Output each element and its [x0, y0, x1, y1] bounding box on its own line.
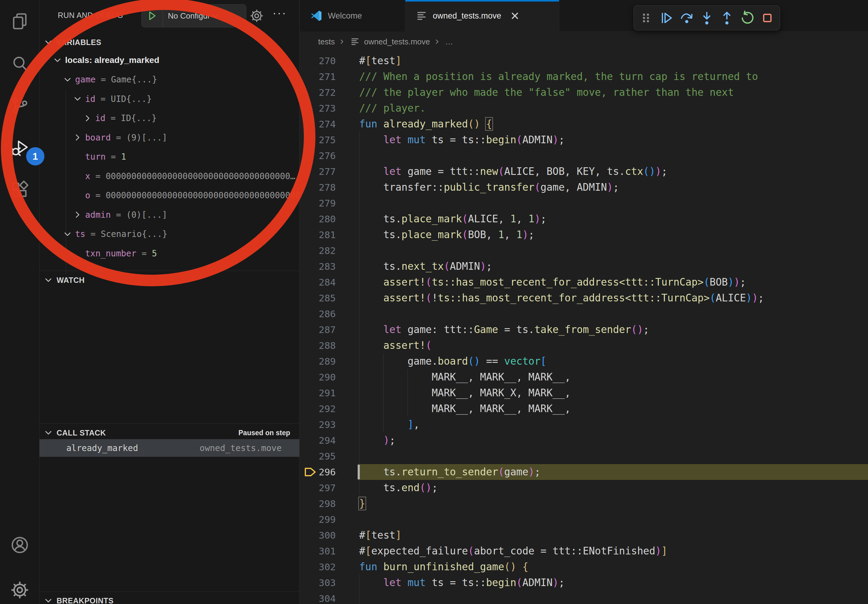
line-number[interactable]: 273	[300, 101, 336, 116]
line-number[interactable]: 274	[300, 116, 336, 132]
close-icon[interactable]	[510, 11, 520, 21]
variables-section-header[interactable]: VARIABLES	[40, 34, 299, 51]
line-number[interactable]: 295	[300, 448, 336, 464]
breadcrumb-symbol[interactable]: …	[445, 37, 453, 46]
variable-row-x[interactable]: x = 000000000000000000000000000000000000…	[40, 166, 299, 186]
code-line-301[interactable]: 301#[expected_failure(abort_code = ttt::…	[300, 543, 868, 559]
line-number[interactable]: 300	[300, 527, 336, 543]
code-line-282[interactable]: 282	[300, 243, 868, 259]
line-number[interactable]: 283	[300, 259, 336, 274]
code-line-275[interactable]: 275 let mut ts = ts::begin(ADMIN);	[300, 132, 868, 148]
tab-welcome[interactable]: Welcome	[300, 0, 405, 32]
code-line-295[interactable]: 295	[300, 448, 868, 464]
code-line-298[interactable]: 298}	[300, 496, 868, 511]
variable-row-admin[interactable]: admin = (0)[...]	[40, 205, 299, 225]
line-number[interactable]: 292	[300, 401, 336, 417]
code-line-273[interactable]: 273/// player.	[300, 101, 868, 116]
debug-settings-gear-icon[interactable]	[250, 9, 264, 23]
line-number[interactable]: 303	[300, 575, 336, 591]
code-line-294[interactable]: 294 );	[300, 432, 868, 448]
tab-owned-tests[interactable]: owned_tests.move	[405, 0, 559, 32]
variable-row-ts[interactable]: ts = Scenario{...}	[40, 225, 299, 244]
code-line-274[interactable]: 274fun already_marked() {	[300, 116, 868, 132]
code-line-290[interactable]: 290 MARK__, MARK__, MARK__,	[300, 369, 868, 385]
code-line-277[interactable]: 277 let game = ttt::new(ALICE, BOB, KEY,…	[300, 164, 868, 180]
step-into-icon[interactable]	[699, 10, 715, 26]
breadcrumb-tests[interactable]: tests	[318, 37, 335, 46]
code-line-281[interactable]: 281 ts.place_mark(BOB, 1, 1);	[300, 227, 868, 243]
search-icon[interactable]	[10, 54, 29, 74]
line-number[interactable]: 276	[300, 148, 336, 164]
line-number[interactable]: 275	[300, 132, 336, 148]
explorer-icon[interactable]	[10, 12, 29, 31]
line-number[interactable]: 285	[300, 290, 336, 306]
step-over-icon[interactable]	[679, 10, 694, 26]
line-number[interactable]: 281	[300, 227, 336, 243]
line-number[interactable]: 279	[300, 195, 336, 211]
line-number[interactable]: 284	[300, 274, 336, 290]
code-line-287[interactable]: 287 let game: ttt::Game = ts.take_from_s…	[300, 322, 868, 338]
line-number[interactable]: 270	[300, 53, 336, 69]
line-number[interactable]: 299	[300, 511, 336, 527]
restart-icon[interactable]	[739, 10, 755, 26]
code-line-283[interactable]: 283 ts.next_tx(ADMIN);	[300, 259, 868, 274]
line-number[interactable]: 282	[300, 243, 336, 259]
code-line-296[interactable]: 296 ts.return_to_sender(game);	[300, 464, 868, 480]
debug-config-picker[interactable]: No Configur	[141, 4, 246, 27]
code-line-300[interactable]: 300#[test]	[300, 527, 868, 543]
line-number[interactable]: 287	[300, 322, 336, 338]
line-number[interactable]: 304	[300, 591, 336, 604]
call-stack-section-header[interactable]: CALL STACK Paused on step	[40, 424, 299, 441]
line-number[interactable]: 278	[300, 180, 336, 195]
code-line-278[interactable]: 278 transfer::public_transfer(game, ADMI…	[300, 180, 868, 195]
variable-row-id[interactable]: id = ID{...}	[40, 108, 299, 128]
line-number[interactable]: 302	[300, 559, 336, 575]
settings-icon[interactable]	[10, 580, 29, 600]
account-icon[interactable]	[10, 535, 29, 555]
code-line-285[interactable]: 285 assert!(!ts::has_most_recent_for_add…	[300, 290, 868, 306]
call-stack-frame[interactable]: already_marked owned_tests.move	[40, 439, 299, 457]
line-number[interactable]: 301	[300, 543, 336, 559]
line-number[interactable]: 288	[300, 338, 336, 353]
code-line-293[interactable]: 293 ],	[300, 417, 868, 432]
code-line-288[interactable]: 288 assert!(	[300, 338, 868, 353]
code-line-289[interactable]: 289 game.board() == vector[	[300, 353, 868, 369]
code-line-299[interactable]: 299	[300, 511, 868, 527]
code-line-304[interactable]: 304	[300, 591, 868, 604]
line-number[interactable]: 271	[300, 69, 336, 85]
variables-scope-row[interactable]: locals: already_marked	[40, 51, 299, 70]
line-number[interactable]: 293	[300, 417, 336, 432]
line-number[interactable]: 290	[300, 369, 336, 385]
code-line-292[interactable]: 292 MARK__, MARK__, MARK__,	[300, 401, 868, 417]
source-control-icon[interactable]	[10, 96, 29, 115]
breadcrumb-file[interactable]: owned_tests.move	[364, 37, 430, 46]
drag-grip-icon[interactable]	[639, 10, 654, 26]
code-line-302[interactable]: 302fun burn_unfinished_game() {	[300, 559, 868, 575]
more-actions-icon[interactable]: ···	[273, 7, 287, 20]
line-number[interactable]: 298	[300, 496, 336, 511]
code-line-279[interactable]: 279	[300, 195, 868, 211]
code-line-286[interactable]: 286	[300, 306, 868, 322]
line-number[interactable]: 272	[300, 85, 336, 101]
watch-section-header[interactable]: WATCH	[40, 272, 299, 288]
code-line-276[interactable]: 276	[300, 148, 868, 164]
line-number[interactable]: 286	[300, 306, 336, 322]
line-number[interactable]: 277	[300, 164, 336, 180]
code-line-291[interactable]: 291 MARK__, MARK_X, MARK__,	[300, 385, 868, 401]
line-number[interactable]: 291	[300, 385, 336, 401]
variable-row-board[interactable]: board = (9)[...]	[40, 128, 299, 147]
code-line-280[interactable]: 280 ts.place_mark(ALICE, 1, 1);	[300, 211, 868, 227]
step-out-icon[interactable]	[719, 10, 735, 26]
line-number[interactable]: 289	[300, 353, 336, 369]
variable-row-game[interactable]: game = Game{...}	[40, 70, 299, 90]
extensions-icon[interactable]	[10, 180, 29, 200]
stop-icon[interactable]	[760, 10, 775, 26]
line-number[interactable]: 280	[300, 211, 336, 227]
code-line-303[interactable]: 303 let mut ts = ts::begin(ADMIN);	[300, 575, 868, 591]
start-debug-button[interactable]	[142, 5, 163, 27]
code-line-272[interactable]: 272/// the player who made the "false" m…	[300, 85, 868, 101]
line-number[interactable]: 294	[300, 432, 336, 448]
line-number[interactable]: 297	[300, 480, 336, 496]
code-line-297[interactable]: 297 ts.end();	[300, 480, 868, 496]
code-line-270[interactable]: 270#[test]	[300, 53, 868, 69]
